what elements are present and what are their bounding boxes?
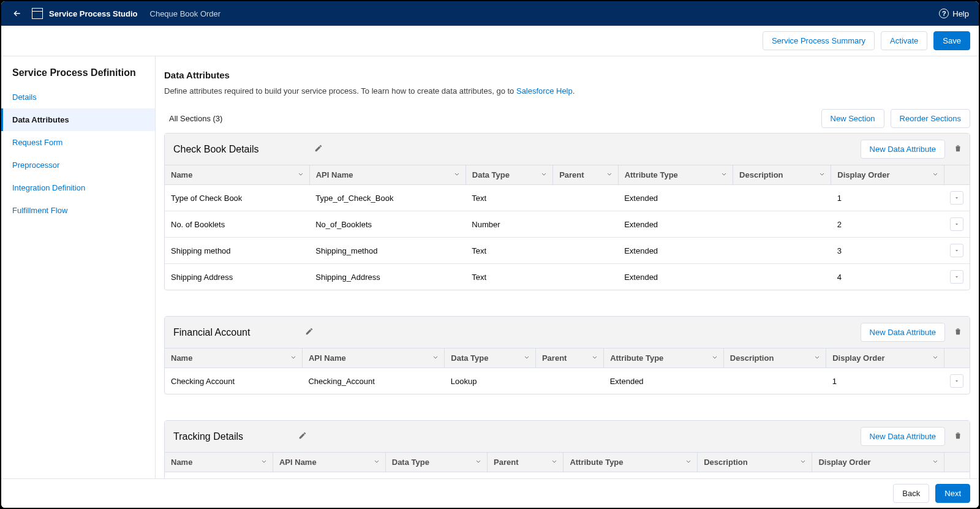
- sort-chevron-icon[interactable]: [799, 458, 807, 467]
- reorder-sections-button[interactable]: Reorder Sections: [891, 109, 970, 128]
- sort-chevron-icon[interactable]: [932, 170, 939, 179]
- sort-chevron-icon[interactable]: [818, 170, 826, 179]
- cell: 2: [831, 211, 944, 238]
- help-label: Help: [952, 9, 969, 18]
- cell: No_of_Booklets: [309, 211, 466, 238]
- column-header-name[interactable]: Name: [165, 165, 309, 185]
- column-header-data-type[interactable]: Data Type: [445, 349, 536, 368]
- sort-chevron-icon[interactable]: [551, 458, 558, 467]
- sort-chevron-icon[interactable]: [540, 170, 548, 179]
- column-header-api-name[interactable]: API Name: [302, 349, 444, 368]
- column-header-attribute-type[interactable]: Attribute Type: [604, 349, 724, 368]
- row-actions-menu[interactable]: [950, 244, 963, 257]
- sort-chevron-icon[interactable]: [606, 170, 613, 179]
- help-link[interactable]: ? Help: [939, 9, 969, 18]
- sort-chevron-icon[interactable]: [453, 170, 461, 179]
- back-button[interactable]: Back: [893, 484, 929, 503]
- new-section-button[interactable]: New Section: [821, 109, 884, 128]
- sidebar-item-preprocessor[interactable]: Preprocessor: [1, 154, 155, 176]
- all-sections-label: All Sections (3): [169, 114, 222, 123]
- activate-button[interactable]: Activate: [881, 31, 927, 50]
- service-process-summary-button[interactable]: Service Process Summary: [763, 31, 875, 50]
- cell: Extended: [618, 264, 733, 290]
- sort-chevron-icon[interactable]: [591, 353, 598, 363]
- wizard-footer: Back Next: [1, 478, 979, 508]
- column-header-attribute-type[interactable]: Attribute Type: [564, 453, 698, 472]
- table-row: Shipping AddressShipping_AddressTextExte…: [165, 264, 970, 290]
- column-header-parent[interactable]: Parent: [553, 165, 619, 185]
- row-actions-menu[interactable]: [950, 191, 963, 205]
- table-row: Shipping methodShipping_methodTextExtend…: [165, 238, 970, 264]
- column-header-description[interactable]: Description: [733, 165, 831, 185]
- back-arrow-button[interactable]: [11, 7, 23, 20]
- row-actions-menu[interactable]: [950, 374, 963, 388]
- sidebar-item-data-attributes[interactable]: Data Attributes: [1, 108, 155, 131]
- sort-chevron-icon[interactable]: [932, 458, 939, 467]
- delete-section-icon[interactable]: [951, 141, 965, 157]
- save-button[interactable]: Save: [933, 31, 970, 50]
- cell: [553, 238, 619, 264]
- sort-chevron-icon[interactable]: [813, 353, 821, 363]
- cell: Number: [466, 211, 552, 238]
- column-header-display-order[interactable]: Display Order: [812, 453, 944, 472]
- sidebar-item-fulfillment-flow[interactable]: Fulfillment Flow: [1, 199, 155, 222]
- row-actions-menu[interactable]: [950, 270, 963, 284]
- sort-chevron-icon[interactable]: [685, 458, 692, 467]
- cell: Type of Check Book: [165, 185, 309, 211]
- cell: Extended: [618, 185, 733, 211]
- cell: [553, 264, 619, 290]
- sidebar-nav: Service Process Definition DetailsData A…: [1, 56, 156, 508]
- sidebar-title: Service Process Definition: [1, 67, 155, 86]
- sort-chevron-icon[interactable]: [290, 353, 297, 363]
- cell: Extended: [618, 238, 733, 264]
- section-title: Tracking Details: [173, 431, 243, 442]
- column-header-name[interactable]: Name: [165, 453, 273, 472]
- delete-section-icon[interactable]: [951, 325, 965, 341]
- edit-section-icon[interactable]: [298, 431, 307, 442]
- column-header-api-name[interactable]: API Name: [309, 165, 466, 185]
- page-action-bar: Service Process Summary Activate Save: [1, 26, 979, 56]
- delete-section-icon[interactable]: [951, 429, 965, 445]
- sort-chevron-icon[interactable]: [297, 170, 304, 179]
- column-header-description[interactable]: Description: [698, 453, 812, 472]
- new-data-attribute-button[interactable]: New Data Attribute: [861, 427, 945, 446]
- sort-chevron-icon[interactable]: [475, 458, 482, 467]
- column-header-name[interactable]: Name: [165, 349, 302, 368]
- sort-chevron-icon[interactable]: [260, 458, 268, 467]
- sort-chevron-icon[interactable]: [373, 458, 380, 467]
- sort-chevron-icon[interactable]: [523, 353, 530, 363]
- cell: Lookup: [445, 368, 536, 394]
- column-header-parent[interactable]: Parent: [535, 349, 603, 368]
- column-header-attribute-type[interactable]: Attribute Type: [618, 165, 733, 185]
- new-data-attribute-button[interactable]: New Data Attribute: [861, 323, 945, 342]
- sidebar-item-details[interactable]: Details: [1, 86, 155, 108]
- sort-chevron-icon[interactable]: [932, 353, 939, 363]
- column-header-description[interactable]: Description: [723, 349, 826, 368]
- column-header-api-name[interactable]: API Name: [273, 453, 385, 472]
- new-data-attribute-button[interactable]: New Data Attribute: [861, 140, 945, 159]
- app-icon: [32, 8, 43, 19]
- global-header: Service Process Studio Cheque Book Order…: [1, 1, 979, 26]
- cell: Shipping_method: [309, 238, 466, 264]
- edit-section-icon[interactable]: [314, 144, 323, 155]
- sort-chevron-icon[interactable]: [720, 170, 728, 179]
- cell: 1: [826, 368, 944, 394]
- column-header-data-type[interactable]: Data Type: [385, 453, 487, 472]
- sort-chevron-icon[interactable]: [711, 353, 718, 363]
- cell: Type_of_Check_Book: [309, 185, 466, 211]
- sort-chevron-icon[interactable]: [432, 353, 439, 363]
- next-button[interactable]: Next: [935, 484, 970, 503]
- cell: Shipping_Address: [309, 264, 466, 290]
- cell: [553, 185, 619, 211]
- edit-section-icon[interactable]: [305, 327, 314, 338]
- column-header-parent[interactable]: Parent: [488, 453, 564, 472]
- column-header-data-type[interactable]: Data Type: [466, 165, 552, 185]
- column-header-display-order[interactable]: Display Order: [826, 349, 944, 368]
- column-header-display-order[interactable]: Display Order: [831, 165, 944, 185]
- cell: [733, 264, 831, 290]
- cell: 1: [831, 185, 944, 211]
- salesforce-help-link[interactable]: Salesforce Help: [516, 86, 573, 96]
- row-actions-menu[interactable]: [950, 217, 963, 231]
- sidebar-item-request-form[interactable]: Request Form: [1, 131, 155, 154]
- sidebar-item-integration-definition[interactable]: Integration Definition: [1, 176, 155, 199]
